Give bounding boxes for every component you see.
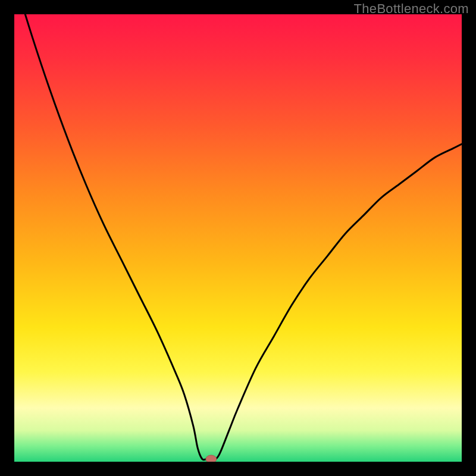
chart-frame: TheBottleneck.com <box>0 0 476 476</box>
gradient-background <box>14 14 462 462</box>
plot-area <box>14 14 462 462</box>
chart-svg <box>14 14 462 462</box>
optimal-point-marker <box>206 455 217 462</box>
watermark-text: TheBottleneck.com <box>354 1 469 17</box>
